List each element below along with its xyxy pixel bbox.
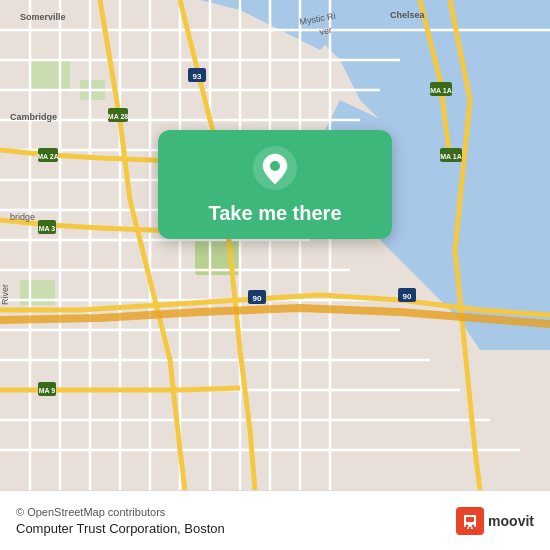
pin-icon — [253, 146, 297, 202]
popup-card: Take me there — [158, 130, 392, 239]
svg-text:Somerville: Somerville — [20, 12, 66, 22]
location-label: Computer Trust Corporation, Boston — [16, 521, 456, 536]
svg-text:MA 28: MA 28 — [108, 113, 128, 120]
svg-text:ver: ver — [319, 25, 333, 37]
map-container[interactable]: 93 90 90 MA 28 MA 2A MA 3 MA 9 MA 1A MA … — [0, 0, 550, 490]
svg-text:Cambridge: Cambridge — [10, 112, 57, 122]
take-me-there-button[interactable]: Take me there — [208, 202, 341, 225]
svg-text:MA 3: MA 3 — [39, 225, 56, 232]
svg-text:bridge: bridge — [10, 212, 35, 222]
svg-text:93: 93 — [193, 72, 202, 81]
svg-text:MA 1A: MA 1A — [440, 153, 462, 160]
bottom-bar: © OpenStreetMap contributors Computer Tr… — [0, 490, 550, 550]
moovit-text: moovit — [488, 513, 534, 529]
copyright-text: © OpenStreetMap contributors — [16, 506, 456, 518]
svg-text:MA 1A: MA 1A — [430, 87, 452, 94]
svg-rect-60 — [466, 517, 474, 522]
moovit-logo-icon — [456, 507, 484, 535]
svg-text:Chelsea: Chelsea — [390, 10, 426, 20]
moovit-logo: moovit — [456, 507, 534, 535]
svg-text:MA 2A: MA 2A — [37, 153, 59, 160]
svg-text:90: 90 — [403, 292, 412, 301]
svg-text:MA 9: MA 9 — [39, 387, 56, 394]
svg-point-62 — [472, 524, 475, 527]
svg-point-61 — [466, 524, 469, 527]
svg-text:90: 90 — [253, 294, 262, 303]
svg-rect-1 — [30, 60, 70, 90]
svg-text:River: River — [0, 284, 10, 305]
svg-point-58 — [270, 161, 280, 171]
